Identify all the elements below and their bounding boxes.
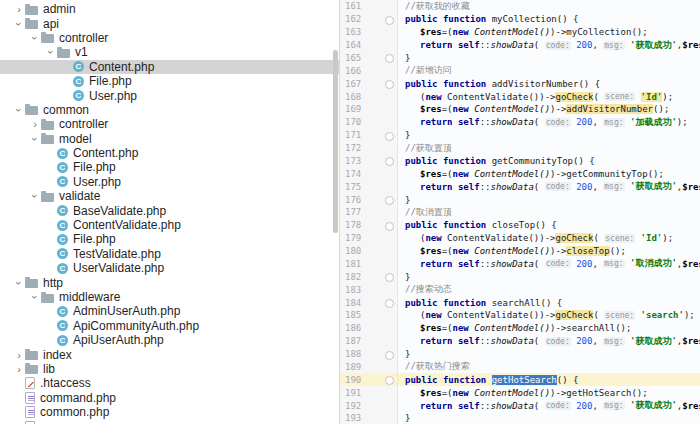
chevron-expanded-icon[interactable]: › [13,104,25,116]
code-token: showData [490,117,533,127]
tree-item-user.php[interactable]: User.php [0,88,339,102]
chevron-expanded-icon[interactable]: › [13,277,25,289]
tree-item-partial-29[interactable] [0,419,339,424]
code-token: $res [420,104,442,114]
line-number: 190 [340,375,383,385]
code-line-167[interactable]: 167public function addVisitorNumber() { [340,77,700,90]
tree-item-common.php[interactable]: common.php [0,405,339,419]
code-line-184[interactable]: 184public function searchAll() { [340,296,700,309]
code-text: } [398,129,700,142]
code-token: )-> [550,169,566,179]
code-text: public function getHotSearch() { [398,373,700,386]
tree-item-contentvalidate.php[interactable]: ContentValidate.php [0,218,339,232]
tree-item-controller[interactable]: ›controller [0,31,339,45]
code-token: 200 [576,259,592,269]
code-line-172[interactable]: 172//获取置顶 [340,142,700,155]
code-line-163[interactable]: 163$res=(new ContentModel())->myCollecti… [340,26,700,39]
code-line-164[interactable]: 164return self::showData( code: 200, msg… [340,39,700,52]
code-line-186[interactable]: 186$res=(new ContentModel())->searchAll(… [340,322,700,335]
code-text: public function closeTop() { [398,219,700,232]
php-class-icon [57,205,68,216]
code-line-183[interactable]: 183//搜索动态 [340,283,700,296]
code-line-170[interactable]: 170return self::showData( code: 200, msg… [340,116,700,129]
code-line-173[interactable]: 173public function getCommunityTop() { [340,155,700,168]
tree-item-middleware[interactable]: ›middleware [0,290,339,304]
tree-item-v1[interactable]: ›v1 [0,45,339,59]
code-line-193[interactable]: 193} [340,412,700,424]
tree-item-controller[interactable]: ›controller [0,117,339,131]
folder-icon [41,34,54,43]
code-text: $res=(new ContentModel())->getCommunityT… [398,167,700,180]
tree-item-apicommunityauth.php[interactable]: ApiCommunityAuth.php [0,319,339,333]
code-line-169[interactable]: 169$res=(new ContentModel())->addVisitor… [340,103,700,116]
code-line-187[interactable]: 187return self::showData( code: 200, msg… [340,335,700,348]
project-tree-panel[interactable]: ›admin›api›controller›v1Content.phpFile.… [0,0,340,424]
tree-scrollbar-thumb[interactable] [333,50,338,233]
code-line-162[interactable]: 162public function myCollection() { [340,13,700,26]
tree-item-file.php[interactable]: File.php [0,74,339,88]
tree-item-content.php[interactable]: Content.php [0,60,339,74]
tree-item-common[interactable]: ›common [0,103,339,117]
tree-item-command.php[interactable]: command.php [0,391,339,405]
code-line-178[interactable]: 178public function closeTop() { [340,219,700,232]
chevron-expanded-icon[interactable]: › [45,46,57,58]
tree-item-file.php[interactable]: File.php [0,160,339,174]
chevron-collapsed-icon[interactable]: › [29,118,41,130]
chevron-expanded-icon[interactable]: › [29,291,41,303]
code-line-166[interactable]: 166//新增访问 [340,64,700,77]
code-line-171[interactable]: 171} [340,129,700,142]
tree-item-validate[interactable]: ›validate [0,189,339,203]
tree-item-http[interactable]: ›http [0,275,339,289]
code-line-185[interactable]: 185(new ContentValidate())->goCheck( sce… [340,309,700,322]
code-line-175[interactable]: 175return self::showData( code: 200, msg… [340,180,700,193]
code-line-176[interactable]: 176} [340,193,700,206]
tree-item-admin[interactable]: ›admin [0,2,339,16]
line-number: 172 [340,143,383,153]
gutter: 166 [340,64,398,77]
code-line-190[interactable]: 190public function getHotSearch() { [340,373,700,386]
code-token: msg: [603,118,624,127]
chevron-expanded-icon[interactable]: › [13,18,25,30]
code-line-174[interactable]: 174$res=(new ContentModel())->getCommuni… [340,167,700,180]
code-token: (); [653,104,669,114]
tree-item-testvalidate.php[interactable]: TestValidate.php [0,247,339,261]
line-number: 179 [340,233,383,243]
chevron-collapsed-icon[interactable]: › [13,363,25,375]
tree-item-apiuserauth.php[interactable]: ApiUserAuth.php [0,333,339,347]
code-token: return [420,117,458,127]
code-line-191[interactable]: 191$res=(new ContentModel())->getHotSear… [340,386,700,399]
code-line-192[interactable]: 192return self::showData( code: 200, msg… [340,399,700,412]
code-line-179[interactable]: 179(new ContentValidate())->goCheck( sce… [340,232,700,245]
code-text: public function getCommunityTop() { [398,155,700,168]
line-number: 183 [340,285,383,295]
code-line-161[interactable]: 161//获取我的收藏 [340,0,700,13]
code-line-177[interactable]: 177//取消置顶 [340,206,700,219]
tree-item-user.php[interactable]: User.php [0,175,339,189]
tree-item-adminuserauth.php[interactable]: AdminUserAuth.php [0,304,339,318]
tree-item-api[interactable]: ›api [0,16,339,30]
code-line-189[interactable]: 189//获取热门搜索 [340,361,700,374]
code-line-181[interactable]: 181return self::showData( code: 200, msg… [340,258,700,271]
chevron-expanded-icon[interactable]: › [29,133,41,145]
tree-item-.htaccess[interactable]: .htaccess [0,376,339,390]
code-token: ); [684,310,695,320]
tree-item-content.php[interactable]: Content.php [0,146,339,160]
code-line-168[interactable]: 168(new ContentValidate())->goCheck( sce… [340,90,700,103]
tree-item-model[interactable]: ›model [0,132,339,146]
tree-item-basevalidate.php[interactable]: BaseValidate.php [0,203,339,217]
tree-item-uservalidate.php[interactable]: UserValidate.php [0,261,339,275]
code-line-182[interactable]: 182} [340,270,700,283]
editor-pane[interactable]: 161//获取我的收藏162public function myCollecti… [340,0,700,424]
chevron-collapsed-icon[interactable]: › [13,349,25,361]
tree-item-file.php[interactable]: File.php [0,232,339,246]
tree-item-index[interactable]: ›index [0,347,339,361]
chevron-expanded-icon[interactable]: › [29,32,41,44]
code-line-188[interactable]: 188} [340,348,700,361]
code-line-165[interactable]: 165} [340,52,700,65]
code-line-180[interactable]: 180$res=(new ContentModel())->closeTop()… [340,245,700,258]
chevron-expanded-icon[interactable]: › [29,190,41,202]
tree-item-lib[interactable]: ›lib [0,362,339,376]
code-token: 200 [576,336,592,346]
chevron-collapsed-icon[interactable]: › [13,3,25,15]
code-text: } [398,52,700,65]
